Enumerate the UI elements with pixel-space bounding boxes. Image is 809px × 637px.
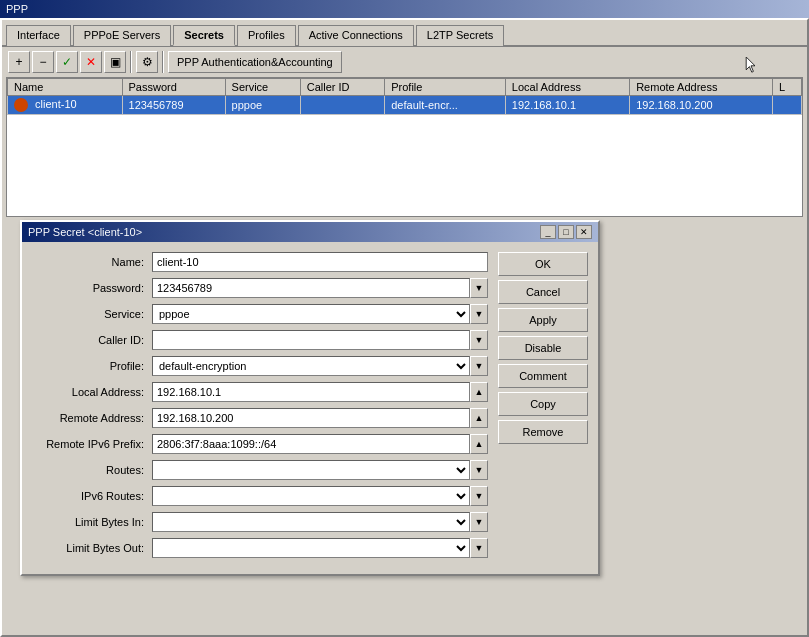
limit-bytes-out-label: Limit Bytes Out: <box>32 542 152 554</box>
ipv6-routes-select[interactable] <box>152 486 470 506</box>
routes-label: Routes: <box>32 464 152 476</box>
ipv6-routes-field-container: ▼ <box>152 486 488 506</box>
col-password: Password <box>122 79 225 96</box>
dialog-action-buttons: OK Cancel Apply Disable Comment Copy <box>498 252 588 564</box>
name-label: Name: <box>32 256 152 268</box>
comment-button[interactable]: Comment <box>498 364 588 388</box>
remove-button[interactable]: Remove <box>498 420 588 444</box>
remote-ipv6-prefix-label: Remote IPv6 Prefix: <box>32 438 152 450</box>
table-row[interactable]: client-10 123456789 pppoe default-encr..… <box>8 96 802 115</box>
dialog-title-text: PPP Secret <client-10> <box>28 226 142 238</box>
service-select[interactable]: pppoe any pptp l2tp sstp <box>152 304 470 324</box>
local-address-label: Local Address: <box>32 386 152 398</box>
dialog-title-buttons: _ □ ✕ <box>540 225 592 239</box>
dialog-fields: Name: Password: ▼ Service: p <box>32 252 488 564</box>
routes-arrow-button[interactable]: ▼ <box>470 460 488 480</box>
col-profile: Profile <box>385 79 506 96</box>
tab-active-connections[interactable]: Active Connections <box>298 25 414 46</box>
limit-bytes-out-select[interactable] <box>152 538 470 558</box>
tab-secrets[interactable]: Secrets <box>173 25 235 46</box>
password-field-container: ▼ <box>152 278 488 298</box>
field-row-caller-id: Caller ID: ▼ <box>32 330 488 350</box>
copy-toolbar-button[interactable]: ▣ <box>104 51 126 73</box>
field-row-profile: Profile: default-encryption default ▼ <box>32 356 488 376</box>
col-l: L <box>772 79 801 96</box>
name-input[interactable] <box>152 252 488 272</box>
service-field-container: pppoe any pptp l2tp sstp ▼ <box>152 304 488 324</box>
add-button[interactable]: + <box>8 51 30 73</box>
caller-id-arrow-button[interactable]: ▼ <box>470 330 488 350</box>
remote-ipv6-prefix-arrow-button[interactable]: ▲ <box>470 434 488 454</box>
remote-address-field-container: ▲ <box>152 408 488 428</box>
remote-ipv6-prefix-input[interactable] <box>152 434 470 454</box>
ok-button[interactable]: OK <box>498 252 588 276</box>
password-input[interactable] <box>152 278 470 298</box>
profile-select[interactable]: default-encryption default <box>152 356 470 376</box>
local-address-arrow-button[interactable]: ▲ <box>470 382 488 402</box>
dialog-minimize-button[interactable]: _ <box>540 225 556 239</box>
dialog-title-bar: PPP Secret <client-10> _ □ ✕ <box>22 222 598 242</box>
apply-button[interactable]: Apply <box>498 308 588 332</box>
tab-l2tp-secrets[interactable]: L2TP Secrets <box>416 25 504 46</box>
service-label: Service: <box>32 308 152 320</box>
ppp-secret-dialog: PPP Secret <client-10> _ □ ✕ Name: Passw… <box>20 220 600 576</box>
service-arrow-button[interactable]: ▼ <box>470 304 488 324</box>
remote-ipv6-prefix-field-container: ▲ <box>152 434 488 454</box>
caller-id-label: Caller ID: <box>32 334 152 346</box>
routes-field-container: ▼ <box>152 460 488 480</box>
field-row-routes: Routes: ▼ <box>32 460 488 480</box>
cell-local-address: 192.168.10.1 <box>505 96 629 115</box>
limit-bytes-in-select[interactable] <box>152 512 470 532</box>
caller-id-input[interactable] <box>152 330 470 350</box>
field-row-local-address: Local Address: ▲ <box>32 382 488 402</box>
toolbar: + − ✓ ✕ ▣ ⚙ PPP Authentication&Accountin… <box>2 47 807 77</box>
cell-name: client-10 <box>8 96 123 115</box>
field-row-name: Name: <box>32 252 488 272</box>
remote-address-label: Remote Address: <box>32 412 152 424</box>
col-remote-address: Remote Address <box>630 79 773 96</box>
tab-bar: Interface PPPoE Servers Secrets Profiles… <box>2 20 807 47</box>
field-row-ipv6-routes: IPv6 Routes: ▼ <box>32 486 488 506</box>
field-row-remote-address: Remote Address: ▲ <box>32 408 488 428</box>
field-row-service: Service: pppoe any pptp l2tp sstp ▼ <box>32 304 488 324</box>
profile-label: Profile: <box>32 360 152 372</box>
title-bar: PPP <box>0 0 809 18</box>
check-button[interactable]: ✓ <box>56 51 78 73</box>
dialog-close-button[interactable]: ✕ <box>576 225 592 239</box>
tab-profiles[interactable]: Profiles <box>237 25 296 46</box>
ipv6-routes-arrow-button[interactable]: ▼ <box>470 486 488 506</box>
col-local-address: Local Address <box>505 79 629 96</box>
filter-button[interactable]: ⚙ <box>136 51 158 73</box>
cancel-button[interactable]: Cancel <box>498 280 588 304</box>
field-row-limit-bytes-in: Limit Bytes In: ▼ <box>32 512 488 532</box>
tab-pppoe-servers[interactable]: PPPoE Servers <box>73 25 171 46</box>
disable-button[interactable]: Disable <box>498 336 588 360</box>
tab-interface[interactable]: Interface <box>6 25 71 46</box>
ipv6-routes-label: IPv6 Routes: <box>32 490 152 502</box>
cross-button[interactable]: ✕ <box>80 51 102 73</box>
auth-accounting-button[interactable]: PPP Authentication&Accounting <box>168 51 342 73</box>
password-arrow-button[interactable]: ▼ <box>470 278 488 298</box>
dialog-restore-button[interactable]: □ <box>558 225 574 239</box>
password-label: Password: <box>32 282 152 294</box>
limit-bytes-in-arrow-button[interactable]: ▼ <box>470 512 488 532</box>
cell-l <box>772 96 801 115</box>
limit-bytes-in-field-container: ▼ <box>152 512 488 532</box>
routes-select[interactable] <box>152 460 470 480</box>
col-service: Service <box>225 79 300 96</box>
limit-bytes-out-field-container: ▼ <box>152 538 488 558</box>
remote-address-arrow-button[interactable]: ▲ <box>470 408 488 428</box>
col-caller-id: Caller ID <box>300 79 384 96</box>
profile-field-container: default-encryption default ▼ <box>152 356 488 376</box>
profile-arrow-button[interactable]: ▼ <box>470 356 488 376</box>
cell-service: pppoe <box>225 96 300 115</box>
limit-bytes-out-arrow-button[interactable]: ▼ <box>470 538 488 558</box>
field-row-remote-ipv6-prefix: Remote IPv6 Prefix: ▲ <box>32 434 488 454</box>
main-window: Interface PPPoE Servers Secrets Profiles… <box>0 18 809 637</box>
col-name: Name <box>8 79 123 96</box>
local-address-input[interactable] <box>152 382 470 402</box>
remote-address-input[interactable] <box>152 408 470 428</box>
app-title: PPP <box>6 3 28 15</box>
copy-button[interactable]: Copy <box>498 392 588 416</box>
remove-button[interactable]: − <box>32 51 54 73</box>
